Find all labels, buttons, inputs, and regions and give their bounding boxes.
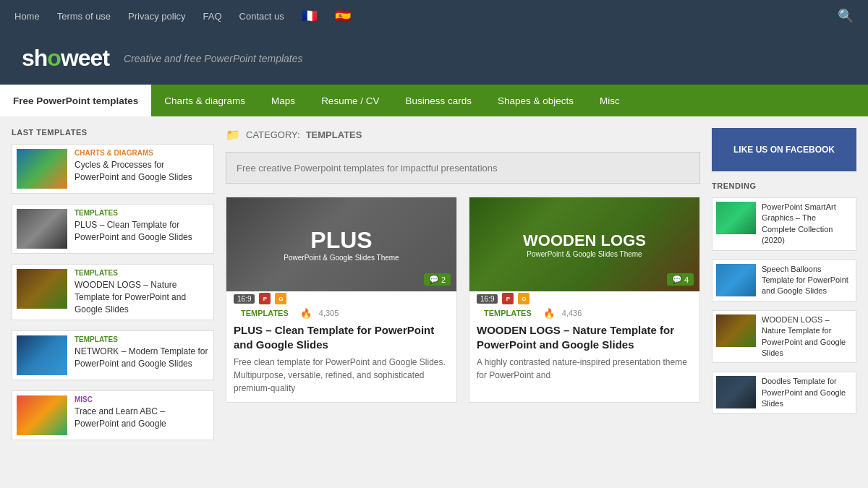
nav-faq[interactable]: FAQ xyxy=(203,11,222,22)
category-name: TEMPLATES xyxy=(306,129,362,140)
card-plus-subtitle: PowerPoint & Google Slides Theme xyxy=(284,254,399,262)
card-plus-body: PLUS – Clean Template for PowerPoint and… xyxy=(226,320,456,402)
top-navigation: Home Terms of use Privacy policy FAQ Con… xyxy=(0,0,868,32)
search-input[interactable] xyxy=(237,163,689,174)
sidebar-cat-network: TEMPLATES xyxy=(75,335,209,343)
sidebar-cat-cycles: CHARTS & DIAGRAMS xyxy=(75,149,209,157)
trending-title-doodles: Doodles Template for PowerPoint and Goog… xyxy=(762,376,852,409)
card-plus-title[interactable]: PLUS – Clean Template for PowerPoint and… xyxy=(234,323,449,351)
comment-badge-wooden: 💬 4 xyxy=(667,273,694,286)
sidebar-section-title: LAST TEMPLATES xyxy=(12,128,214,137)
comment-badge-plus: 💬 2 xyxy=(424,273,451,286)
nav-free-templates[interactable]: Free PowerPoint templates xyxy=(0,85,151,116)
card-plus-cat-row: TEMPLATES 🔥 4,305 xyxy=(226,306,456,320)
nav-business-cards[interactable]: Business cards xyxy=(392,85,485,116)
card-plus[interactable]: PLUS PowerPoint & Google Slides Theme 💬 … xyxy=(226,197,457,403)
sidebar-right: LIKE US ON FACEBOOK TRENDING PowerPoint … xyxy=(712,128,856,450)
trending-thumb-wooden2 xyxy=(716,314,756,347)
cards-grid: PLUS PowerPoint & Google Slides Theme 💬 … xyxy=(226,197,700,403)
card-plus-title-big: PLUS xyxy=(284,227,399,254)
sidebar-cat-trace: MISC xyxy=(75,395,209,403)
trending-thumb-speech xyxy=(716,264,756,296)
trending-title-wooden2: WOODEN LOGS – Nature Template for PowerP… xyxy=(762,314,852,359)
top-nav-right: 🔍 xyxy=(838,8,854,24)
nav-privacy[interactable]: Privacy policy xyxy=(128,11,185,22)
card-plus-cat: TEMPLATES xyxy=(234,307,296,319)
trending-item-speech[interactable]: Speech Balloons Template for PowerPoint … xyxy=(712,260,856,301)
main-navigation: Free PowerPoint templates Charts & diagr… xyxy=(0,85,868,116)
nav-charts[interactable]: Charts & diagrams xyxy=(151,85,258,116)
trending-item-wooden2[interactable]: WOODEN LOGS – Nature Template for PowerP… xyxy=(712,310,856,364)
category-header: 📁 CATEGORY: TEMPLATES xyxy=(226,128,700,142)
nav-contact[interactable]: Contact us xyxy=(239,11,284,22)
sidebar-item-cycles[interactable]: CHARTS & DIAGRAMS Cycles & Processes for… xyxy=(12,144,214,194)
site-logo[interactable]: showeet xyxy=(22,45,109,72)
site-header: showeet Creative and free PowerPoint tem… xyxy=(0,32,868,85)
trending-item-doodles[interactable]: Doodles Template for PowerPoint and Goog… xyxy=(712,372,856,414)
site-tagline: Creative and free PowerPoint templates xyxy=(124,53,302,64)
sidebar-thumb-wooden xyxy=(17,269,67,309)
sidebar-item-info-plus: TEMPLATES PLUS – Clean Template for Powe… xyxy=(75,209,209,249)
sidebar-thumb-network xyxy=(17,335,67,375)
trending-thumb-smartart xyxy=(716,202,756,234)
card-wooden-cat: TEMPLATES xyxy=(477,307,539,319)
logo-o: o xyxy=(47,45,61,71)
facebook-box[interactable]: LIKE US ON FACEBOOK xyxy=(712,128,856,171)
card-thumb-wooden: WOODEN LOGS PowerPoint & Google Slides T… xyxy=(469,197,699,291)
category-label: CATEGORY: xyxy=(246,129,300,140)
main-content: 📁 CATEGORY: TEMPLATES PLUS PowerPoint & … xyxy=(226,128,700,450)
card-wooden-title[interactable]: WOODEN LOGS – Nature Template for PowerP… xyxy=(477,323,692,351)
top-nav-links: Home Terms of use Privacy policy FAQ Con… xyxy=(14,8,351,24)
card-wooden-body: WOODEN LOGS – Nature Template for PowerP… xyxy=(469,320,699,389)
card-wooden-views: 4,436 xyxy=(562,309,582,317)
trending-item-smartart[interactable]: PowerPoint SmartArt Graphics – The Compl… xyxy=(712,197,856,251)
card-plus-views: 4,305 xyxy=(319,309,339,317)
nav-shapes[interactable]: Shapes & objects xyxy=(485,85,587,116)
sidebar-title-wooden: WOODEN LOGS – Nature Template for PowerP… xyxy=(75,279,209,315)
ppt-badge-plus: P xyxy=(259,293,271,304)
nav-resume[interactable]: Resume / CV xyxy=(308,85,392,116)
sidebar-cat-wooden: TEMPLATES xyxy=(75,269,209,277)
sidebar-title-cycles: Cycles & Processes for PowerPoint and Go… xyxy=(75,159,209,184)
nav-misc[interactable]: Misc xyxy=(587,85,633,116)
sidebar-item-info-network: TEMPLATES NETWORK – Modern Template for … xyxy=(75,335,209,375)
sidebar-title-plus: PLUS – Clean Template for PowerPoint and… xyxy=(75,219,209,244)
card-thumb-plus: PLUS PowerPoint & Google Slides Theme 💬 … xyxy=(226,197,456,291)
search-box[interactable] xyxy=(226,152,700,184)
card-wooden[interactable]: WOODEN LOGS PowerPoint & Google Slides T… xyxy=(469,197,700,403)
content-area: LAST TEMPLATES CHARTS & DIAGRAMS Cycles … xyxy=(0,116,868,462)
nav-terms[interactable]: Terms of use xyxy=(57,11,111,22)
nav-maps[interactable]: Maps xyxy=(258,85,308,116)
comment-count-wooden: 4 xyxy=(684,275,689,284)
search-icon[interactable]: 🔍 xyxy=(838,8,854,24)
ppt-badge-wooden: P xyxy=(502,293,514,304)
flag-fr[interactable]: 🇫🇷 xyxy=(302,8,318,24)
sidebar-thumb-plus xyxy=(17,209,67,249)
flag-es[interactable]: 🇪🇸 xyxy=(335,8,351,24)
card-wooden-meta: 16:9 P G xyxy=(469,291,699,306)
sidebar-cat-plus: TEMPLATES xyxy=(75,209,209,217)
sidebar-item-info-cycles: CHARTS & DIAGRAMS Cycles & Processes for… xyxy=(75,149,209,189)
sidebar-item-plus[interactable]: TEMPLATES PLUS – Clean Template for Powe… xyxy=(12,204,214,254)
sidebar-title-network: NETWORK – Modern Template for PowerPoint… xyxy=(75,346,209,370)
goog-badge-plus: G xyxy=(275,293,286,304)
card-wooden-cat-row: TEMPLATES 🔥 4,436 xyxy=(469,306,699,320)
trending-title-smartart: PowerPoint SmartArt Graphics – The Compl… xyxy=(762,202,852,247)
card-plus-meta: 16:9 P G xyxy=(226,291,456,306)
sidebar-item-info-wooden: TEMPLATES WOODEN LOGS – Nature Template … xyxy=(75,269,209,315)
sidebar-thumb-trace xyxy=(17,395,67,435)
fire-icon-plus: 🔥 xyxy=(300,308,312,319)
trending-title: TRENDING xyxy=(712,181,856,190)
card-wooden-title-big: WOODEN LOGS xyxy=(523,231,646,250)
sidebar-item-wooden[interactable]: TEMPLATES WOODEN LOGS – Nature Template … xyxy=(12,264,214,320)
trending-title-speech: Speech Balloons Template for PowerPoint … xyxy=(762,264,852,297)
sidebar-thumb-cycles xyxy=(17,149,67,189)
sidebar-item-network[interactable]: TEMPLATES NETWORK – Modern Template for … xyxy=(12,330,214,380)
goog-badge-wooden: G xyxy=(518,293,529,304)
sidebar-item-info-trace: MISC Trace and Learn ABC – PowerPoint an… xyxy=(75,395,209,435)
trending-thumb-doodles xyxy=(716,376,756,408)
nav-home[interactable]: Home xyxy=(14,11,40,22)
ratio-badge-wooden: 16:9 xyxy=(477,294,498,304)
sidebar-item-trace[interactable]: MISC Trace and Learn ABC – PowerPoint an… xyxy=(12,390,214,440)
category-folder-icon: 📁 xyxy=(226,128,240,142)
